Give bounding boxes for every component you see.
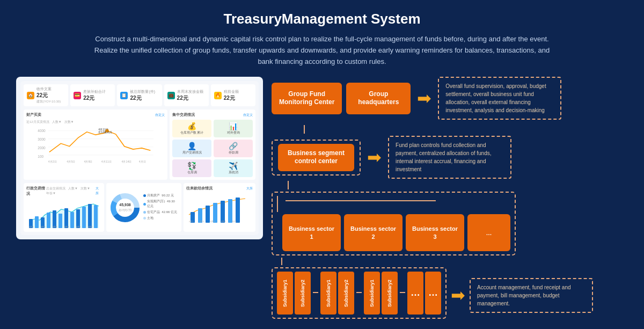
- subsidiaries-dashed-wrapper: Subsidiary1 Subsidiary2 Subsidiary1 Subs…: [272, 267, 447, 319]
- chart-card-assets: 财产买卖 自定义 近12月买卖情况 人数▼ 次数▼ 4000 3000 2000…: [24, 109, 167, 180]
- business-sector-1: Business sector1: [282, 214, 341, 251]
- svg-text:4000: 4000: [38, 129, 46, 133]
- svg-rect-45: [221, 201, 225, 223]
- business-sector-dots: …: [467, 214, 510, 251]
- subsidiary-2-2: Subsidiary2: [338, 272, 354, 315]
- chart-header-3: 行政交易情况 总金交易情况 人数▼ 次数▼ 年份▼ 大所: [26, 186, 101, 196]
- chart-header-2: 集中交易情况 自定义: [172, 112, 253, 118]
- svg-text:3000: 3000: [38, 137, 46, 141]
- subsidiary-1-1: Subsidiary1: [277, 272, 293, 315]
- shortcut-item-1[interactable]: 💰 仓库用户数 累计: [172, 120, 211, 137]
- arrow-right-3: ➡: [451, 287, 465, 304]
- svg-text:4月1: 4月1: [189, 220, 194, 223]
- svg-text:4月6: 4月6: [88, 225, 93, 228]
- svg-rect-46: [228, 199, 232, 223]
- donut-svg: 45,938 总计(元/万): [109, 192, 141, 224]
- shortcut-item-4[interactable]: 🔗 存款调: [214, 140, 253, 157]
- svg-text:4月3: 4月3: [210, 220, 215, 223]
- svg-text:4月2: 4月2: [41, 225, 46, 228]
- arrow-right-1: ➡: [417, 90, 431, 107]
- svg-text:100: 100: [38, 155, 43, 159]
- svg-text:4月2: 4月2: [200, 220, 204, 223]
- legend-dot-3: [143, 211, 146, 214]
- svg-text:4月2日: 4月2日: [48, 160, 57, 163]
- level1-row: Group FundMonitoring Center Groupheadqua…: [272, 77, 628, 120]
- svg-rect-24: [70, 212, 74, 228]
- page-container: TreasuryManagement System Construct a mu…: [0, 0, 644, 329]
- svg-text:4月14日: 4月14日: [121, 160, 131, 163]
- svg-text:4月5日: 4月5日: [67, 160, 75, 163]
- subsidiary-dots-2: …: [425, 272, 441, 315]
- h-connector: [286, 200, 436, 201]
- svg-text:4月11日: 4月11日: [101, 160, 112, 163]
- legend-item-1: 月期房产 90.22 元: [143, 193, 179, 198]
- level2-dashed-wrapper: Business segmentcontrol center: [272, 140, 361, 176]
- legend-item-2: 实现期产(万) 49.30 亿元: [143, 199, 179, 209]
- connector-v2: [288, 181, 289, 189]
- stats-row: 🏠 收件文案 22元 建筑(YOY-10.30) 💳 差旅补贴合计 22元: [24, 84, 255, 106]
- subsidiary-3-2: Subsidiary2: [382, 272, 398, 315]
- business-sector-2: Business sector2: [344, 214, 402, 251]
- shortcut-item-3[interactable]: 👤 用户交易情况: [172, 140, 211, 157]
- stat-card-4: 💼 本周末发放金额 22元: [164, 84, 209, 106]
- level3-row: Business sector1 Business sector2 Busine…: [272, 192, 628, 255]
- group-fund-monitoring: Group FundMonitoring Center: [272, 83, 342, 114]
- stat-icon-orange: 🏠: [27, 92, 34, 99]
- svg-rect-47: [236, 198, 240, 223]
- legend-dot-4: [143, 217, 146, 220]
- connector-v3: [281, 258, 282, 265]
- stat-card-3: 📋 被总部数量(件) 22元: [117, 84, 162, 106]
- svg-text:4月8日: 4月8日: [84, 160, 92, 163]
- svg-text:4月3: 4月3: [53, 225, 57, 228]
- legend-dot-1: [143, 194, 146, 197]
- sectors-dashed-wrapper: Business sector1 Business sector2 Busine…: [272, 192, 516, 255]
- subsidiary-2-1: Subsidiary1: [320, 272, 336, 315]
- group-headquarters: Groupheadquarters: [346, 83, 411, 114]
- svg-text:2000: 2000: [38, 146, 46, 150]
- info-box-level2: Fund plan controls fund collection and p…: [388, 136, 511, 179]
- svg-text:4月日: 4月日: [139, 160, 146, 163]
- svg-text:总计(元/万): 总计(元/万): [118, 208, 132, 211]
- subsidiary-1-2: Subsidiary2: [295, 272, 311, 315]
- dashboard-inner: 🏠 收件文案 22元 建筑(YOY-10.30) 💳 差旅补贴合计 22元: [20, 81, 259, 235]
- stat-card-1: 🏠 收件文案 22元 建筑(YOY-10.30): [24, 84, 68, 106]
- shortcut-item-2[interactable]: 📊 对外查询: [214, 120, 253, 137]
- svg-text:近12最高点: 近12最高点: [98, 130, 112, 134]
- donut-center: 45,938 总计(元/万): [109, 192, 141, 224]
- stat-icon-teal: 💼: [167, 92, 175, 99]
- svg-rect-20: [47, 213, 50, 228]
- svg-rect-18: [35, 216, 39, 228]
- legend-item-3: 住宅产品 42.66 亿元: [143, 210, 179, 215]
- main-content: 🏠 收件文案 22元 建筑(YOY-10.30) 💳 差旅补贴合计 22元: [16, 77, 628, 319]
- stat-card-5: 🔥 税前金额 22元: [211, 84, 255, 106]
- info-box-level4: Account management, fund receipt and pay…: [470, 278, 593, 313]
- svg-rect-43: [206, 206, 210, 223]
- svg-rect-28: [94, 205, 98, 228]
- shortcut-item-6[interactable]: ✈️ 系统消: [214, 159, 253, 177]
- svg-text:4月1: 4月1: [29, 225, 34, 228]
- svg-rect-26: [82, 207, 86, 228]
- stat-card-2: 💳 差旅补贴合计 22元: [70, 84, 115, 106]
- svg-rect-27: [88, 204, 92, 228]
- level2-row: Business segmentcontrol center ➡ Fund pl…: [272, 136, 628, 179]
- charts-top: 财产买卖 自定义 近12月买卖情况 人数▼ 次数▼ 4000 3000 2000…: [24, 109, 255, 180]
- svg-text:4月4: 4月4: [221, 220, 226, 223]
- subsidiary-3-1: Subsidiary1: [364, 272, 380, 315]
- donut-legend: 月期房产 90.22 元 实现期产(万) 49.30 亿元 住宅产品 42.66…: [143, 193, 179, 222]
- info-box-level1: Overall fund supervision, approval, budg…: [438, 77, 561, 120]
- svg-text:45,938: 45,938: [119, 203, 131, 207]
- shortcut-item-5[interactable]: 💱 仓库调: [172, 159, 211, 177]
- svg-text:4月5: 4月5: [76, 225, 81, 228]
- diagram-right: Group FundMonitoring Center Groupheadqua…: [272, 77, 628, 319]
- stat-icon-pink: 💳: [74, 92, 81, 99]
- svg-rect-22: [58, 214, 62, 228]
- charts-bottom: 行政交易情况 总金交易情况 人数▼ 次数▼ 年份▼ 大所: [24, 183, 255, 232]
- dashboard-panel: 🏠 收件文案 22元 建筑(YOY-10.30) 💳 差旅补贴合计 22元: [16, 77, 263, 239]
- h-branch-line: [277, 196, 278, 212]
- chart-header-1: 财产买卖 自定义: [26, 112, 165, 118]
- stat-icon-amber: 🔥: [214, 92, 222, 99]
- arrow-right-2: ➡: [367, 149, 382, 166]
- business-sector-3: Business sector3: [406, 214, 464, 251]
- legend-item-4: 土地: [143, 216, 179, 221]
- svg-text:4月5: 4月5: [232, 220, 237, 223]
